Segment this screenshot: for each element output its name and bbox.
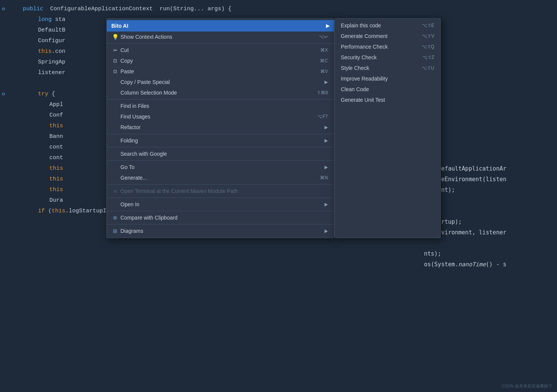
menu-item-open-in[interactable]: Open In ▶ [107,199,334,210]
maven-icon: m [111,189,119,193]
menu-item-label: Search with Google [120,151,328,157]
menu-separator [107,134,334,134]
menu-item-label: Copy [120,58,312,64]
menu-separator [107,211,334,211]
menu-separator [107,43,334,44]
menu-item-find-in-files[interactable]: Find in Files [107,101,334,111]
shortcut-label: ⌥↩ [319,34,328,40]
submenu-item-improve-readability[interactable]: Improve Readability [335,73,440,84]
code-line: nts); [424,248,557,259]
menu-item-label: Show Context Actions [120,34,311,40]
code-line: onStartup); [424,217,557,227]
menu-item-paste[interactable]: ⊡ Paste ⌘V [107,66,334,77]
cut-icon: ✂ [111,47,119,53]
menu-item-label: Style Check [341,65,414,71]
gutter-icon-2: ⊖ [0,89,7,100]
menu-item-label: Bito AI [111,23,326,29]
code-line: ⊖ public ConfigurableApplicationContext … [0,4,557,14]
shortcut-label: ⌥⇧V [422,33,434,39]
menu-item-label: Security Check [341,54,415,60]
context-menu: Bito AI ▶ 💡 Show Context Actions ⌥↩ ✂ Cu… [106,18,334,238]
compare-icon: ⊕ [111,215,119,221]
menu-item-label: Find in Files [120,103,328,109]
menu-item-copy-paste-special[interactable]: Copy / Paste Special ▶ [107,77,334,87]
menu-item-diagrams[interactable]: ⊞ Diagrams ▶ [107,226,334,236]
menu-item-label: Copy / Paste Special [120,79,321,85]
menu-separator [107,184,334,185]
menu-separator [107,198,334,198]
menu-item-label: Open Terminal at the Current Maven Modul… [120,188,328,194]
shortcut-label: ⌘X [320,47,328,53]
shortcut-label: ⌥F7 [317,114,328,119]
submenu-arrow-icon: ▶ [326,23,329,28]
menu-item-generate[interactable]: Generate... ⌘N [107,172,334,183]
shortcut-label: ⌘N [320,175,328,180]
menu-separator [107,147,334,147]
menu-separator [107,99,334,100]
menu-item-search-google[interactable]: Search with Google [107,149,334,159]
menu-separator [107,160,334,161]
copy-icon: ⊡ [111,58,119,63]
code-line: os(System.nanoTime() - s [424,259,557,270]
code-line [424,238,557,248]
menu-item-label: Cut [120,47,313,53]
submenu-item-style-check[interactable]: Style Check ⌥⇧U [335,63,440,73]
menu-item-show-context[interactable]: 💡 Show Context Actions ⌥↩ [107,32,334,42]
submenu-item-perf-check[interactable]: Performance Check ⌥⇧Q [335,41,440,52]
shortcut-label: ⌥⇧E [422,23,434,28]
menu-item-label: Find Usages [120,114,310,120]
shortcut-label: ⌥⇧Z [422,55,434,60]
menu-item-label: Generate Comment [341,33,415,39]
menu-item-compare-clipboard[interactable]: ⊕ Compare with Clipboard [107,212,334,223]
submenu-item-clean-code[interactable]: Clean Code [335,84,440,95]
code-line: repareEnvironment(listen [424,174,557,185]
menu-item-find-usages[interactable]: Find Usages ⌥F7 [107,111,334,122]
diagrams-icon: ⊞ [111,228,119,234]
submenu-item-gen-unit-test[interactable]: Generate Unit Test [335,95,440,105]
menu-item-bito-ai[interactable]: Bito AI ▶ [107,20,334,32]
menu-item-label: Performance Check [341,44,414,50]
menu-item-copy[interactable]: ⊡ Copy ⌘C [107,55,334,66]
submenu-arrow-icon: ▶ [324,202,328,207]
menu-item-column-selection[interactable]: Column Selection Mode ⇧⌘8 [107,87,334,98]
menu-item-label: Diagrams [120,228,321,234]
menu-item-label: Improve Readability [341,76,434,82]
code-line: ronment); [424,185,557,195]
code-line [424,206,557,217]
code-line: t, environment, listener [424,227,557,238]
submenu-arrow-icon: ▶ [324,138,328,143]
menu-item-label: Compare with Clipboard [120,215,328,221]
shortcut-label: ⌘C [320,58,328,63]
submenu-arrow-icon: ▶ [324,164,328,170]
menu-item-label: Refactor [120,124,321,130]
paste-icon: ⊡ [111,69,119,74]
right-code: new DefaultApplicationAr repareEnvironme… [424,163,557,270]
submenu-arrow-icon: ▶ [324,79,328,85]
code-text: public ConfigurableApplicationContext ru… [15,4,231,14]
submenu-item-explain[interactable]: Explain this code ⌥⇧E [335,20,440,31]
submenu-item-sec-check[interactable]: Security Check ⌥⇧Z [335,52,440,63]
editor-background: ⊖ public ConfigurableApplicationContext … [0,0,557,392]
code-line [424,195,557,206]
gutter-icon-1: ⊖ [0,4,7,14]
lightbulb-icon: 💡 [111,34,119,40]
menu-item-label: Open In [120,201,321,207]
menu-item-label: Column Selection Mode [120,90,309,96]
code-line: new DefaultApplicationAr [424,163,557,174]
menu-item-label: Paste [120,68,313,74]
submenu-arrow-icon: ▶ [324,228,328,234]
menu-item-label: Folding [120,138,321,144]
menu-item-cut[interactable]: ✂ Cut ⌘X [107,45,334,55]
menu-item-open-terminal: m Open Terminal at the Current Maven Mod… [107,186,334,196]
menu-item-label: Generate... [120,175,312,181]
shortcut-label: ⌥⇧U [422,65,434,71]
menu-item-refactor[interactable]: Refactor ▶ [107,122,334,133]
menu-item-label: Clean Code [341,86,434,92]
context-menu-container: Bito AI ▶ 💡 Show Context Actions ⌥↩ ✂ Cu… [106,18,441,238]
watermark: CSDN @原来是笑做菌殿下 [502,383,552,389]
shortcut-label: ⇧⌘8 [317,90,328,95]
menu-item-goto[interactable]: Go To ▶ [107,162,334,172]
menu-item-label: Explain this code [341,22,415,28]
submenu-item-gen-comment[interactable]: Generate Comment ⌥⇧V [335,31,440,41]
menu-item-folding[interactable]: Folding ▶ [107,135,334,146]
